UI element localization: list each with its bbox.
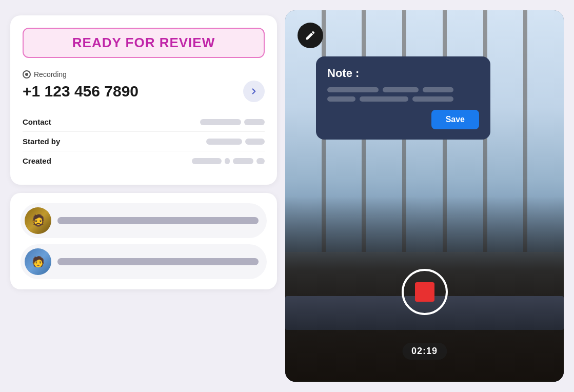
contact-label: Contact bbox=[23, 117, 51, 126]
started-by-placeholder bbox=[206, 139, 265, 145]
note-line-row-2 bbox=[327, 96, 479, 102]
note-actions: Save bbox=[327, 110, 479, 129]
recording-label: Recording bbox=[34, 70, 67, 79]
note-line bbox=[327, 87, 379, 92]
avatar-2: 🧑 bbox=[25, 248, 51, 275]
record-button[interactable] bbox=[402, 269, 448, 315]
person-row-1[interactable]: 🧔 bbox=[21, 203, 267, 238]
phone-chevron-button[interactable] bbox=[243, 81, 265, 102]
recording-dot-icon bbox=[23, 70, 31, 79]
note-title: Note : bbox=[327, 67, 479, 80]
person-name-placeholder-2 bbox=[57, 258, 259, 265]
note-line bbox=[327, 96, 355, 102]
contact-placeholder bbox=[200, 119, 265, 125]
ph-block bbox=[245, 139, 265, 145]
people-card: 🧔 🧑 bbox=[10, 193, 277, 289]
created-placeholder bbox=[192, 158, 265, 164]
created-label: Created bbox=[23, 156, 51, 165]
left-panel: READY FOR REVIEW Recording +1 123 456 78… bbox=[10, 10, 277, 289]
note-line bbox=[383, 87, 419, 92]
status-badge-text: READY FOR REVIEW bbox=[72, 35, 215, 50]
ph-block bbox=[244, 119, 265, 125]
status-badge: READY FOR REVIEW bbox=[23, 28, 265, 58]
note-line bbox=[360, 96, 408, 102]
video-panel: Note : Save bbox=[285, 10, 564, 382]
note-line bbox=[412, 96, 453, 102]
ph-block bbox=[233, 158, 253, 164]
note-line bbox=[423, 87, 453, 92]
person-row-2[interactable]: 🧑 bbox=[21, 244, 267, 279]
ph-block bbox=[192, 158, 222, 164]
recording-row: Recording bbox=[23, 70, 265, 79]
edit-button[interactable] bbox=[298, 23, 323, 48]
phone-row: +1 123 456 7890 bbox=[23, 81, 265, 102]
save-button[interactable]: Save bbox=[431, 110, 479, 129]
ph-colon bbox=[225, 158, 230, 164]
ph-block-sm bbox=[256, 158, 265, 164]
contact-row: Contact bbox=[23, 112, 265, 132]
note-line-row-1 bbox=[327, 87, 479, 92]
timer-badge: 02:19 bbox=[402, 343, 447, 360]
top-card: READY FOR REVIEW Recording +1 123 456 78… bbox=[10, 15, 277, 185]
avatar-1: 🧔 bbox=[25, 207, 51, 234]
ph-block bbox=[200, 119, 241, 125]
person-name-placeholder-1 bbox=[57, 217, 259, 224]
app-container: READY FOR REVIEW Recording +1 123 456 78… bbox=[0, 0, 574, 392]
created-row: Created bbox=[23, 151, 265, 170]
started-by-label: Started by bbox=[23, 137, 60, 146]
started-by-row: Started by bbox=[23, 132, 265, 151]
stop-icon bbox=[415, 282, 434, 302]
ph-block bbox=[206, 139, 242, 145]
phone-number: +1 123 456 7890 bbox=[23, 83, 138, 100]
note-card: Note : Save bbox=[316, 56, 490, 140]
record-button-area bbox=[402, 269, 448, 315]
note-lines bbox=[327, 87, 479, 102]
edit-icon bbox=[305, 30, 316, 41]
